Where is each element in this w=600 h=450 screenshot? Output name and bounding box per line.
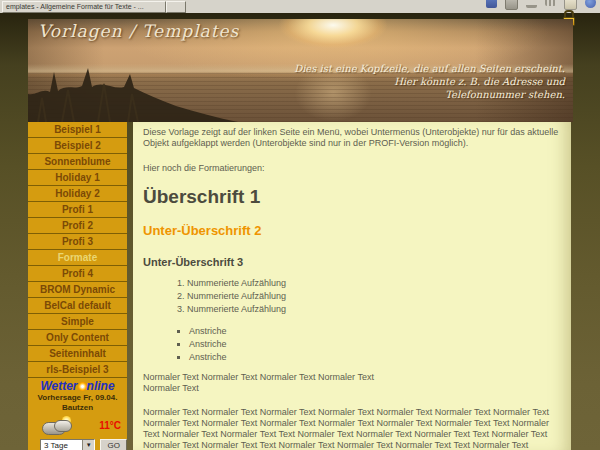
long-text-paragraph: Normaler Text Normaler Text Normaler Tex… (143, 407, 561, 450)
normal-text-line: Normaler Text Normaler Text Normaler Tex… (143, 372, 561, 383)
site-title: Vorlagen / Templates (38, 21, 239, 41)
numbered-list-item: Nummerierte Aufzählung (187, 278, 561, 288)
intro-paragraph: Diese Vorlage zeigt auf der linken Seite… (143, 127, 561, 149)
browser-window: emplates - Allgemeine Formate für Texte … (0, 0, 600, 450)
print-icon[interactable] (505, 0, 518, 10)
sidebar-item-beispiel-1[interactable]: Beispiel 1 (28, 122, 127, 138)
sidebar-item-beispiel-2[interactable]: Beispiel 2 (28, 138, 127, 154)
sidebar-item-simple[interactable]: Simple (28, 314, 127, 330)
forecast-date: Vorhersage Fr, 09.04. (28, 393, 127, 403)
chevron-down-icon[interactable]: ▼ (82, 440, 94, 450)
sidebar-item-seiteninhalt[interactable]: Seiteninhalt (28, 346, 127, 362)
forecast-city: Bautzen (28, 403, 127, 413)
tagline-line: Hier könnte z. B. die Adresse und (294, 75, 565, 88)
help-icon[interactable] (585, 0, 596, 8)
sidebar-item-brom-dynamic[interactable]: BROM Dynamic (28, 282, 127, 298)
browser-chrome: emplates - Allgemeine Formate für Texte … (0, 0, 600, 14)
weather-widget: Wetternline Vorhersage Fr, 09.04. Bautze… (28, 380, 127, 450)
sun-icon (78, 382, 87, 391)
heading-3: Unter-Überschrift 3 (143, 256, 561, 268)
forecast-range-value: 3 Tage (41, 440, 82, 450)
normal-text-paragraph: Normaler Text Normaler Text Normaler Tex… (143, 372, 561, 394)
brand-suffix: nline (87, 379, 115, 393)
favorites-icon[interactable] (486, 0, 497, 8)
bullet-list-item: Anstriche (189, 326, 561, 336)
sidebar-item-profi-4[interactable]: Profi 4 (28, 266, 127, 282)
bullet-list-item: Anstriche (189, 339, 561, 349)
numbered-list-item: Nummerierte Aufzählung (187, 304, 561, 314)
tagline-line: Telefonnummer stehen. (294, 88, 565, 101)
main-content: Diese Vorlage zeigt auf der linken Seite… (133, 122, 571, 450)
more-icon[interactable] (545, 0, 556, 6)
browser-tab-stub[interactable] (166, 1, 186, 13)
fullscreen-icon[interactable] (526, 0, 537, 8)
sidebar-item-profi-1[interactable]: Profi 1 (28, 202, 127, 218)
sidebar-item-sonnenblume[interactable]: Sonnenblume (28, 154, 127, 170)
numbered-list-item: Nummerierte Aufzählung (187, 291, 561, 301)
sidebar-item-holiday-2[interactable]: Holiday 2 (28, 186, 127, 202)
normal-text-line: Normaler Text (143, 383, 561, 394)
sidebar-item-belcal-default[interactable]: BelCal default (28, 298, 127, 314)
partly-cloudy-icon (40, 416, 74, 434)
heading-2: Unter-Überschrift 2 (143, 224, 561, 238)
sidebar-item-profi-3[interactable]: Profi 3 (28, 234, 127, 250)
forecast-range-select[interactable]: 3 Tage ▼ (40, 439, 95, 450)
sidebar-item-profi-2[interactable]: Profi 2 (28, 218, 127, 234)
bullet-list-item: Anstriche (189, 352, 561, 362)
browser-toolbar-icons (486, 0, 596, 11)
dune-grass-silhouette (28, 64, 238, 122)
edit-icon[interactable] (564, 0, 577, 10)
tagline-line: Dies ist eine Kopfzeile, die auf allen S… (294, 62, 565, 75)
wetteronline-logo[interactable]: Wetternline (28, 380, 127, 393)
sidebar-item-holiday-1[interactable]: Holiday 1 (28, 170, 127, 186)
temperature-value: 11°C (99, 420, 121, 431)
sidebar-item-rls-beispiel-3[interactable]: rls-Beispiel 3 (28, 362, 127, 378)
sidebar-item-only-content[interactable]: Only Content (28, 330, 127, 346)
formats-intro: Hier noch die Formatierungen: (143, 163, 561, 174)
numbered-list: Nummerierte Aufzählung Nummerierte Aufzä… (143, 278, 561, 314)
sidebar-item-formate[interactable]: Formate (28, 250, 127, 266)
brand-prefix: Wetter (40, 379, 77, 393)
header-sunset-image: Vorlagen / Templates Dies ist eine Kopfz… (28, 19, 573, 122)
heading-1: Überschrift 1 (143, 187, 561, 207)
browser-tab[interactable]: emplates - Allgemeine Formate für Texte … (2, 1, 166, 13)
bullet-list: Anstriche Anstriche Anstriche (143, 326, 561, 362)
header-tagline: Dies ist eine Kopfzeile, die auf allen S… (294, 62, 565, 101)
go-button[interactable]: GO (100, 439, 127, 450)
